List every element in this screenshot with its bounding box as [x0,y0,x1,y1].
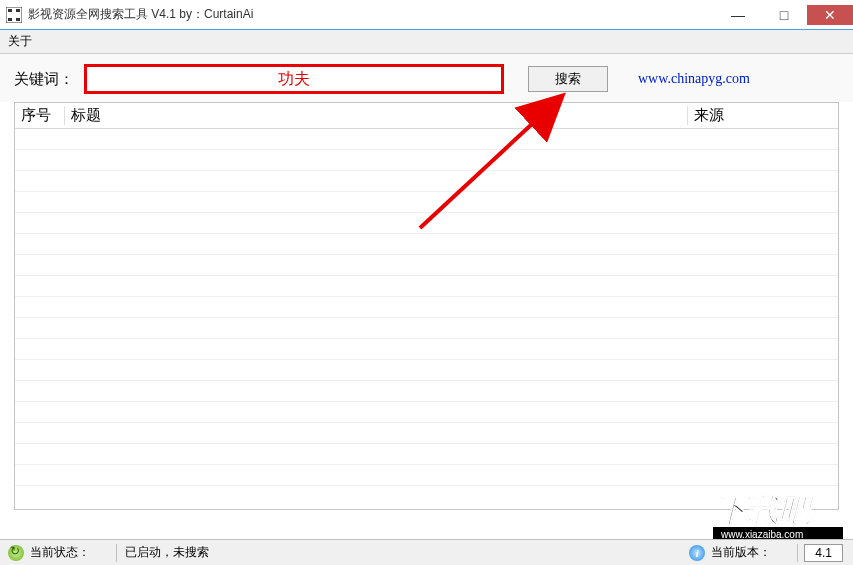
table-row [15,276,838,297]
app-icon [6,7,22,23]
table-row [15,297,838,318]
site-link[interactable]: www.chinapyg.com [638,71,750,87]
table-row [15,318,838,339]
table-row [15,213,838,234]
maximize-button[interactable]: □ [761,5,807,25]
minimize-button[interactable]: — [715,5,761,25]
table-row [15,423,838,444]
version-value: 4.1 [804,544,843,562]
svg-rect-1 [8,9,12,12]
table-row [15,255,838,276]
version-label: 当前版本： [711,544,771,561]
svg-rect-2 [16,9,20,12]
table-row [15,129,838,150]
menu-about[interactable]: 关于 [8,33,32,50]
results-table[interactable]: 序号 标题 来源 [14,102,839,510]
svg-rect-4 [16,18,20,21]
status-label: 当前状态： [30,544,90,561]
table-row [15,444,838,465]
search-label: 关键词： [14,70,84,89]
info-icon: i [689,545,705,561]
table-row [15,402,838,423]
col-num[interactable]: 序号 [15,106,65,125]
titlebar: 影视资源全网搜索工具 V4.1 by：CurtainAi — □ ✕ [0,0,853,30]
table-row [15,150,838,171]
search-area: 关键词： 搜索 www.chinapyg.com [0,54,853,102]
svg-rect-3 [8,18,12,21]
table-row [15,465,838,486]
window-title: 影视资源全网搜索工具 V4.1 by：CurtainAi [28,6,715,23]
search-input[interactable] [87,67,501,91]
status-icon [8,545,24,561]
table-row [15,171,838,192]
col-source[interactable]: 来源 [688,106,838,125]
close-button[interactable]: ✕ [807,5,853,25]
table-row [15,381,838,402]
table-row [15,192,838,213]
table-header: 序号 标题 来源 [15,103,838,129]
status-value: 已启动，未搜索 [125,544,209,561]
search-button[interactable]: 搜索 [528,66,608,92]
menubar: 关于 [0,30,853,54]
search-input-wrap [84,64,504,94]
table-row [15,234,838,255]
statusbar: 当前状态： 已启动，未搜索 i 当前版本： 4.1 [0,539,853,565]
col-title[interactable]: 标题 [65,106,688,125]
table-row [15,339,838,360]
table-row [15,360,838,381]
